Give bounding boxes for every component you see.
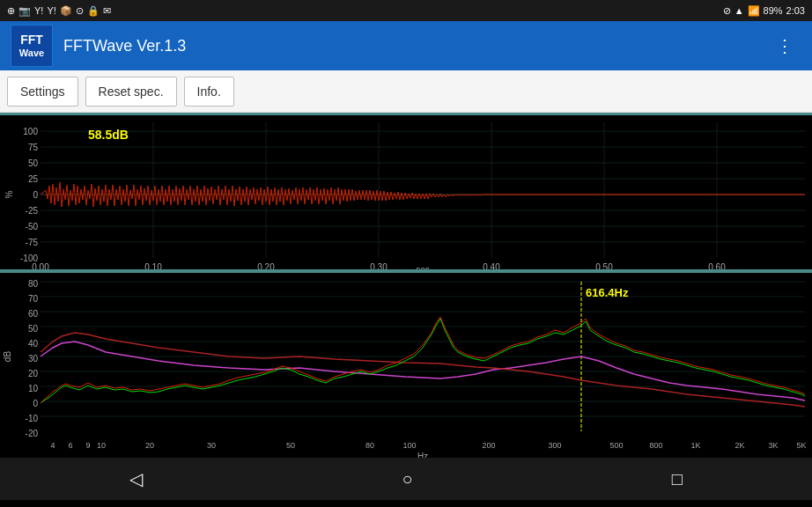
status-icon-5: 📦 <box>60 5 72 17</box>
svg-text:60: 60 <box>28 309 39 319</box>
svg-text:2K: 2K <box>734 441 744 450</box>
svg-text:1K: 1K <box>690 441 700 450</box>
svg-text:500: 500 <box>609 441 623 450</box>
svg-text:4: 4 <box>50 441 55 450</box>
info-button[interactable]: Info. <box>184 77 234 107</box>
svg-text:%: % <box>4 190 14 198</box>
svg-text:300: 300 <box>548 441 561 450</box>
battery-label: 89% <box>764 5 783 16</box>
svg-text:0.30: 0.30 <box>370 262 388 270</box>
svg-text:58.5dB: 58.5dB <box>88 128 129 142</box>
status-right: ⊘ ▲ 📶 89% 2:03 <box>723 5 805 17</box>
status-icon-3: Y! <box>34 5 43 16</box>
svg-text:50: 50 <box>286 441 295 450</box>
toolbar: Settings Reset spec. Info. <box>0 70 812 113</box>
app-logo: FFT Wave <box>11 25 53 67</box>
svg-text:3K: 3K <box>768 441 778 450</box>
svg-text:100: 100 <box>23 127 38 136</box>
status-icon-4: Y! <box>47 5 55 16</box>
svg-text:sec: sec <box>416 265 430 270</box>
svg-rect-35 <box>0 273 812 458</box>
svg-text:5K: 5K <box>796 441 806 450</box>
svg-text:50: 50 <box>28 158 39 168</box>
status-icon-6: ⊙ <box>76 5 84 17</box>
title-bar: FFT Wave FFTWave Ver.1.3 ⋮ <box>0 21 812 70</box>
time-label: 2:03 <box>786 5 805 16</box>
app-title: FFTWave Ver.1.3 <box>63 37 769 55</box>
svg-text:616.4Hz: 616.4Hz <box>586 286 629 299</box>
svg-text:-75: -75 <box>26 238 39 247</box>
status-icon-1: ⊕ <box>7 5 15 17</box>
svg-text:30: 30 <box>207 441 216 450</box>
status-bar: ⊕ 📷 Y! Y! 📦 ⊙ 🔒 ✉ ⊘ ▲ 📶 89% 2:03 <box>0 0 812 21</box>
recent-apps-button[interactable]: □ <box>651 462 704 496</box>
back-button[interactable]: ◁ <box>108 461 164 496</box>
fft-chart: 80 70 60 50 40 30 20 10 0 -10 -20 dB 616… <box>0 273 812 458</box>
reset-spec-button[interactable]: Reset spec. <box>85 77 177 107</box>
svg-text:0.20: 0.20 <box>257 262 275 270</box>
wave-chart: 100 75 50 25 0 -25 -50 -75 -100 % 0.00 0… <box>0 115 812 269</box>
svg-text:0.50: 0.50 <box>595 262 613 270</box>
svg-text:0.40: 0.40 <box>483 262 500 270</box>
svg-text:dB: dB <box>3 351 12 363</box>
status-icon-7: 🔒 <box>87 5 100 17</box>
svg-text:-10: -10 <box>26 414 39 423</box>
status-icon-8: ✉ <box>103 5 111 17</box>
svg-text:0.00: 0.00 <box>32 262 49 270</box>
svg-text:30: 30 <box>28 354 39 364</box>
svg-text:0.10: 0.10 <box>144 262 162 270</box>
svg-text:50: 50 <box>28 324 39 334</box>
svg-text:6: 6 <box>68 441 72 450</box>
wifi-icon: ▲ <box>734 5 744 16</box>
logo-wave: Wave <box>19 48 44 58</box>
svg-text:200: 200 <box>482 441 495 450</box>
svg-text:-50: -50 <box>26 222 39 231</box>
svg-text:100: 100 <box>402 441 416 450</box>
block-icon: ⊘ <box>723 5 731 17</box>
signal-icon: 📶 <box>748 5 760 17</box>
svg-text:20: 20 <box>28 369 39 378</box>
settings-button[interactable]: Settings <box>7 77 78 107</box>
status-icons: ⊕ 📷 Y! Y! 📦 ⊙ 🔒 ✉ <box>7 5 111 17</box>
overflow-menu-button[interactable]: ⋮ <box>769 32 801 60</box>
svg-text:Hz: Hz <box>417 452 428 459</box>
nav-bar: ◁ ○ □ <box>0 458 812 500</box>
svg-text:25: 25 <box>28 174 39 184</box>
svg-text:10: 10 <box>97 441 106 450</box>
svg-text:40: 40 <box>28 339 39 349</box>
svg-text:20: 20 <box>145 441 154 450</box>
svg-text:75: 75 <box>28 143 39 152</box>
svg-text:0.60: 0.60 <box>708 262 726 270</box>
svg-text:0: 0 <box>33 399 38 408</box>
svg-text:80: 80 <box>365 441 374 450</box>
svg-text:9: 9 <box>85 441 90 450</box>
svg-text:10: 10 <box>28 384 39 393</box>
svg-text:-20: -20 <box>26 429 39 438</box>
svg-text:800: 800 <box>649 441 662 450</box>
home-button[interactable]: ○ <box>380 462 433 496</box>
svg-text:0: 0 <box>33 190 38 200</box>
status-icon-2: 📷 <box>18 5 31 17</box>
logo-fft: FFT <box>20 33 43 47</box>
svg-text:-25: -25 <box>26 206 39 216</box>
svg-text:80: 80 <box>28 279 39 289</box>
svg-text:70: 70 <box>28 294 39 304</box>
